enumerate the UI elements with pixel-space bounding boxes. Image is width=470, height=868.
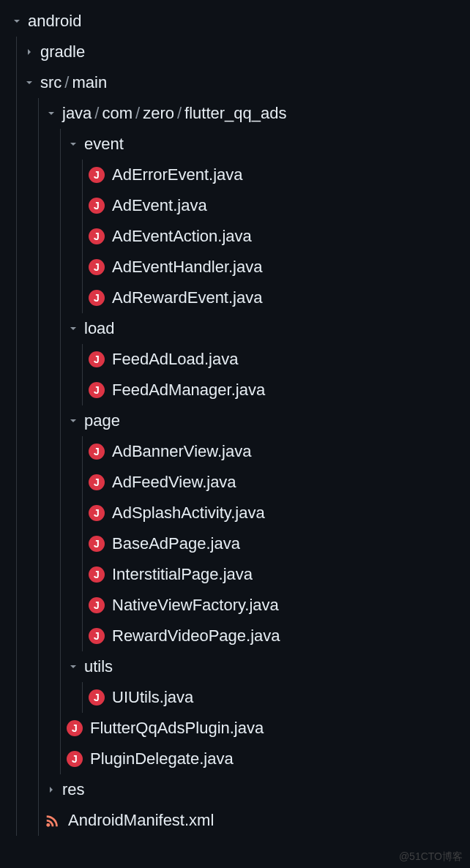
tree-item-label: AdSplashActivity.java — [112, 504, 265, 523]
java-file-icon: J — [89, 597, 105, 613]
tree-item-label: java/com/zero/flutter_qq_ads — [62, 104, 287, 123]
java-file-icon: J — [67, 751, 83, 767]
tree-item-label: NativeViewFactory.java — [112, 596, 279, 615]
java-file-icon: J — [89, 689, 105, 706]
tree-item-label: AdEventAction.java — [112, 227, 252, 246]
java-file-icon: J — [89, 259, 105, 275]
tree-item[interactable]: load — [0, 313, 470, 344]
tree-item-label: FeedAdManager.java — [112, 381, 265, 400]
tree-item[interactable]: JUIUtils.java — [0, 682, 470, 713]
java-file-icon: J — [89, 566, 105, 583]
java-file-icon: J — [89, 474, 105, 490]
java-file-icon: J — [89, 628, 105, 644]
tree-item-label: event — [84, 135, 124, 154]
java-file-icon: J — [89, 444, 105, 460]
tree-item[interactable]: JRewardVideoPage.java — [0, 621, 470, 651]
java-file-icon: J — [89, 351, 105, 367]
tree-item[interactable]: JAdRewardEvent.java — [0, 283, 470, 313]
chevron-down-icon — [45, 107, 58, 120]
chevron-right-icon — [45, 783, 58, 796]
tree-item-label: AdEventHandler.java — [112, 258, 262, 277]
tree-item[interactable]: utils — [0, 651, 470, 682]
tree-item[interactable]: java/com/zero/flutter_qq_ads — [0, 98, 470, 129]
tree-item[interactable]: JAdEventAction.java — [0, 221, 470, 252]
tree-item-label: load — [84, 319, 115, 338]
tree-item-label: gradle — [40, 42, 85, 61]
tree-item-label: AdEvent.java — [112, 196, 207, 215]
java-file-icon: J — [67, 720, 83, 736]
tree-item[interactable]: JAdErrorEvent.java — [0, 160, 470, 190]
tree-item-label: res — [62, 780, 85, 799]
tree-item-label: InterstitialPage.java — [112, 565, 253, 584]
tree-item-label: AdBannerView.java — [112, 442, 251, 461]
watermark: @51CTO博客 — [399, 850, 463, 864]
tree-item[interactable]: JFeedAdLoad.java — [0, 344, 470, 375]
tree-item-label: FeedAdLoad.java — [112, 350, 238, 369]
chevron-down-icon — [23, 76, 36, 89]
tree-item[interactable]: JAdSplashActivity.java — [0, 498, 470, 528]
tree-item[interactable]: JNativeViewFactory.java — [0, 590, 470, 621]
tree-item[interactable]: JAdBannerView.java — [0, 436, 470, 467]
svg-point-0 — [46, 823, 50, 827]
chevron-down-icon — [67, 322, 80, 335]
file-tree: androidgradlesrc/mainjava/com/zero/flutt… — [0, 6, 470, 836]
chevron-down-icon — [67, 660, 80, 673]
tree-item[interactable]: JInterstitialPage.java — [0, 559, 470, 590]
chevron-down-icon — [67, 138, 80, 151]
tree-item[interactable]: JAdFeedView.java — [0, 467, 470, 498]
tree-item[interactable]: JAdEvent.java — [0, 190, 470, 221]
tree-item-label: src/main — [40, 73, 107, 92]
tree-item-label: utils — [84, 657, 113, 676]
tree-item-label: BaseAdPage.java — [112, 534, 240, 553]
chevron-down-icon — [67, 414, 80, 427]
tree-item-label: FlutterQqAdsPlugin.java — [90, 719, 264, 738]
tree-item-label: AdErrorEvent.java — [112, 165, 243, 184]
xml-file-icon — [45, 812, 61, 828]
tree-item[interactable]: gradle — [0, 37, 470, 67]
tree-item[interactable]: res — [0, 774, 470, 805]
tree-item-label: UIUtils.java — [112, 688, 193, 707]
tree-item-label: AdFeedView.java — [112, 473, 236, 492]
java-file-icon: J — [89, 167, 105, 183]
chevron-down-icon — [10, 15, 23, 28]
java-file-icon: J — [89, 290, 105, 306]
tree-item[interactable]: JFlutterQqAdsPlugin.java — [0, 713, 470, 744]
tree-item-label: android — [28, 12, 81, 31]
tree-item-label: page — [84, 411, 120, 430]
tree-item[interactable]: AndroidManifest.xml — [0, 805, 470, 836]
tree-item-label: RewardVideoPage.java — [112, 626, 280, 646]
tree-item[interactable]: page — [0, 405, 470, 436]
java-file-icon: J — [89, 505, 105, 521]
tree-item[interactable]: src/main — [0, 67, 470, 98]
tree-item-label: AdRewardEvent.java — [112, 288, 262, 307]
tree-item[interactable]: JAdEventHandler.java — [0, 252, 470, 283]
tree-item[interactable]: android — [0, 6, 470, 37]
tree-item[interactable]: JFeedAdManager.java — [0, 375, 470, 405]
java-file-icon: J — [89, 228, 105, 244]
tree-item[interactable]: event — [0, 129, 470, 160]
java-file-icon: J — [89, 198, 105, 214]
tree-item-label: AndroidManifest.xml — [68, 811, 214, 830]
tree-item-label: PluginDelegate.java — [90, 749, 234, 768]
java-file-icon: J — [89, 382, 105, 398]
java-file-icon: J — [89, 536, 105, 552]
tree-item[interactable]: JPluginDelegate.java — [0, 744, 470, 774]
chevron-right-icon — [23, 45, 36, 59]
tree-item[interactable]: JBaseAdPage.java — [0, 528, 470, 559]
